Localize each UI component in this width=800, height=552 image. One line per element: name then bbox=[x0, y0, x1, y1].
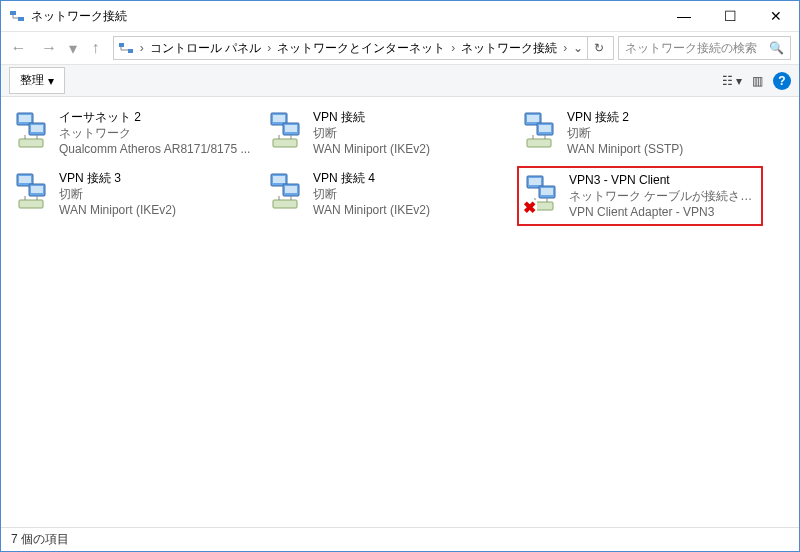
connection-device: WAN Miniport (SSTP) bbox=[567, 141, 683, 157]
connection-name: VPN3 - VPN Client bbox=[569, 172, 757, 188]
refresh-button[interactable]: ↻ bbox=[587, 37, 609, 59]
svg-rect-22 bbox=[31, 186, 43, 193]
svg-rect-0 bbox=[10, 11, 16, 15]
breadcrumbs: › コントロール パネル › ネットワークとインターネット › ネットワーク接続… bbox=[138, 40, 569, 57]
view-button[interactable]: ☷ ▾ bbox=[722, 74, 742, 88]
connection-device: WAN Miniport (IKEv2) bbox=[313, 202, 430, 218]
svg-rect-7 bbox=[31, 125, 43, 132]
connection-name: VPN 接続 4 bbox=[313, 170, 430, 186]
connection-name: イーサネット 2 bbox=[59, 109, 250, 125]
svg-rect-17 bbox=[539, 125, 551, 132]
connection-icon: ✖ bbox=[523, 172, 563, 214]
window-icon bbox=[9, 8, 25, 24]
connection-item[interactable]: イーサネット 2 ネットワーク Qualcomm Atheros AR8171/… bbox=[9, 105, 255, 162]
svg-rect-23 bbox=[19, 200, 43, 208]
svg-rect-20 bbox=[19, 176, 31, 183]
crumb-sep: › bbox=[138, 41, 146, 55]
connection-device: WAN Miniport (IKEv2) bbox=[313, 141, 430, 157]
help-button[interactable]: ? bbox=[773, 72, 791, 90]
svg-rect-27 bbox=[285, 186, 297, 193]
crumb-network-internet[interactable]: ネットワークとインターネット bbox=[273, 40, 449, 57]
crumb-control-panel[interactable]: コントロール パネル bbox=[146, 40, 265, 57]
connection-name: VPN 接続 bbox=[313, 109, 430, 125]
crumb-sep: › bbox=[265, 41, 273, 55]
connection-status: 切断 bbox=[59, 186, 176, 202]
connection-item[interactable]: VPN 接続 3 切断 WAN Miniport (IKEv2) bbox=[9, 166, 255, 227]
connection-meta: VPN3 - VPN Client ネットワーク ケーブルが接続されていま...… bbox=[569, 172, 757, 221]
svg-rect-18 bbox=[527, 139, 551, 147]
maximize-button[interactable]: ☐ bbox=[707, 1, 753, 31]
chevron-down-icon: ▾ bbox=[736, 74, 742, 88]
connection-meta: VPN 接続 2 切断 WAN Miniport (SSTP) bbox=[567, 109, 683, 158]
up-button[interactable]: ↑ bbox=[82, 34, 109, 62]
connection-name: VPN 接続 2 bbox=[567, 109, 683, 125]
organize-button[interactable]: 整理 ▾ bbox=[9, 67, 65, 94]
connection-icon bbox=[267, 170, 307, 212]
connection-item[interactable]: VPN 接続 2 切断 WAN Miniport (SSTP) bbox=[517, 105, 763, 162]
history-dropdown[interactable]: ▾ bbox=[67, 34, 80, 62]
connection-meta: イーサネット 2 ネットワーク Qualcomm Atheros AR8171/… bbox=[59, 109, 250, 158]
connection-status: 切断 bbox=[313, 125, 430, 141]
address-dropdown[interactable]: ⌄ bbox=[569, 41, 587, 55]
svg-rect-15 bbox=[527, 115, 539, 122]
organize-label: 整理 bbox=[20, 72, 44, 89]
connection-device: WAN Miniport (IKEv2) bbox=[59, 202, 176, 218]
svg-rect-28 bbox=[273, 200, 297, 208]
connection-device: VPN Client Adapter - VPN3 bbox=[569, 204, 757, 220]
content-area: イーサネット 2 ネットワーク Qualcomm Atheros AR8171/… bbox=[1, 97, 799, 527]
connection-icon bbox=[13, 109, 53, 151]
svg-rect-13 bbox=[273, 139, 297, 147]
connection-meta: VPN 接続 4 切断 WAN Miniport (IKEv2) bbox=[313, 170, 430, 223]
close-button[interactable]: ✕ bbox=[753, 1, 799, 31]
status-text: 7 個の項目 bbox=[11, 531, 69, 548]
connection-item[interactable]: ✖ VPN3 - VPN Client ネットワーク ケーブルが接続されていま.… bbox=[517, 166, 763, 227]
connection-status: 切断 bbox=[313, 186, 430, 202]
chevron-down-icon: ▾ bbox=[48, 74, 54, 88]
svg-rect-3 bbox=[128, 49, 133, 53]
address-bar[interactable]: › コントロール パネル › ネットワークとインターネット › ネットワーク接続… bbox=[113, 36, 614, 60]
connection-status: ネットワーク ケーブルが接続されていま... bbox=[569, 188, 757, 204]
svg-rect-8 bbox=[19, 139, 43, 147]
crumb-sep: › bbox=[449, 41, 457, 55]
disconnected-overlay-icon: ✖ bbox=[521, 200, 537, 216]
svg-rect-25 bbox=[273, 176, 285, 183]
view-icon: ☷ bbox=[722, 74, 733, 88]
connection-meta: VPN 接続 切断 WAN Miniport (IKEv2) bbox=[313, 109, 430, 158]
connection-icon bbox=[13, 170, 53, 212]
preview-pane-button[interactable]: ▥ bbox=[752, 74, 763, 88]
crumb-sep: › bbox=[561, 41, 569, 55]
svg-rect-2 bbox=[119, 43, 124, 47]
connection-status: ネットワーク bbox=[59, 125, 250, 141]
navbar: ← → ▾ ↑ › コントロール パネル › ネットワークとインターネット › … bbox=[1, 31, 799, 65]
window-title: ネットワーク接続 bbox=[31, 8, 661, 25]
connection-name: VPN 接続 3 bbox=[59, 170, 176, 186]
search-input[interactable]: ネットワーク接続の検索 🔍 bbox=[618, 36, 791, 60]
crumb-network-connections[interactable]: ネットワーク接続 bbox=[457, 40, 561, 57]
connection-icon bbox=[521, 109, 561, 151]
connection-item[interactable]: VPN 接続 4 切断 WAN Miniport (IKEv2) bbox=[263, 166, 509, 227]
connection-meta: VPN 接続 3 切断 WAN Miniport (IKEv2) bbox=[59, 170, 176, 223]
connection-item[interactable]: VPN 接続 切断 WAN Miniport (IKEv2) bbox=[263, 105, 509, 162]
svg-rect-32 bbox=[541, 188, 553, 195]
svg-rect-10 bbox=[273, 115, 285, 122]
svg-rect-30 bbox=[529, 178, 541, 185]
toolbar: 整理 ▾ ☷ ▾ ▥ ? bbox=[1, 65, 799, 97]
search-icon: 🔍 bbox=[769, 41, 784, 55]
search-placeholder: ネットワーク接続の検索 bbox=[625, 40, 757, 57]
back-button[interactable]: ← bbox=[5, 34, 32, 62]
location-icon bbox=[118, 40, 134, 56]
connection-icon bbox=[267, 109, 307, 151]
svg-rect-5 bbox=[19, 115, 31, 122]
statusbar: 7 個の項目 bbox=[1, 527, 799, 551]
minimize-button[interactable]: — bbox=[661, 1, 707, 31]
svg-rect-1 bbox=[18, 17, 24, 21]
svg-rect-12 bbox=[285, 125, 297, 132]
titlebar: ネットワーク接続 — ☐ ✕ bbox=[1, 1, 799, 31]
connection-status: 切断 bbox=[567, 125, 683, 141]
forward-button[interactable]: → bbox=[36, 34, 63, 62]
preview-icon: ▥ bbox=[752, 74, 763, 88]
connection-device: Qualcomm Atheros AR8171/8175 ... bbox=[59, 141, 250, 157]
